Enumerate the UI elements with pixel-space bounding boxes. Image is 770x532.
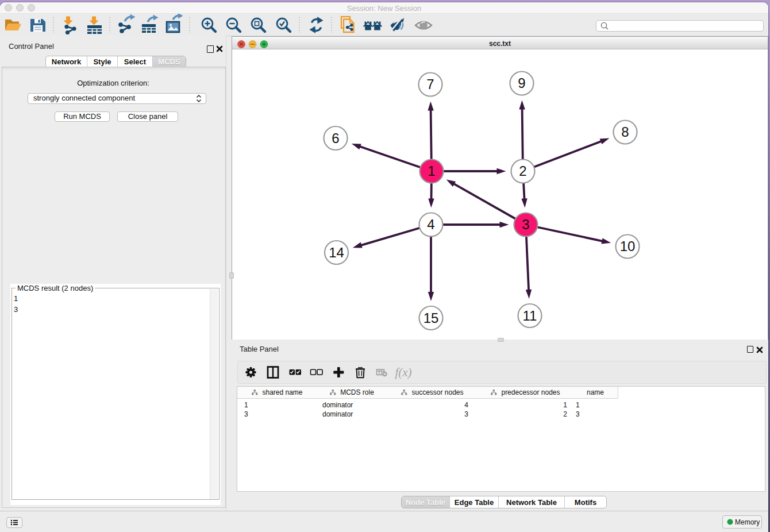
svg-text:6: 6 [332, 130, 339, 146]
svg-text:3: 3 [522, 217, 529, 232]
svg-text:2: 2 [519, 163, 526, 179]
svg-text:7: 7 [426, 76, 434, 92]
svg-text:f(x): f(x) [395, 365, 411, 379]
svg-text:9: 9 [518, 75, 525, 91]
svg-text:14: 14 [329, 245, 344, 260]
svg-text:1: 1 [428, 163, 435, 179]
svg-text:15: 15 [424, 310, 439, 326]
svg-text:11: 11 [523, 308, 537, 323]
svg-text:10: 10 [620, 238, 636, 254]
svg-text:8: 8 [621, 124, 629, 140]
svg-text:4: 4 [427, 217, 434, 232]
